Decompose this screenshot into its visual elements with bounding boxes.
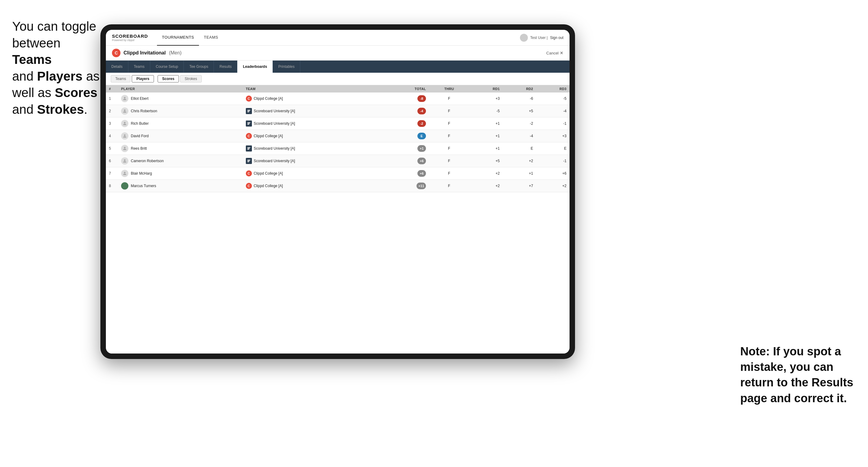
player-avatar bbox=[121, 107, 128, 115]
cancel-label: Cancel bbox=[547, 51, 559, 55]
player-name: Rees Britt bbox=[131, 146, 147, 151]
toggle-teams[interactable]: Teams bbox=[111, 75, 130, 83]
score-badge: +6 bbox=[417, 158, 426, 164]
table-row: 4David FordCClippd College [A]EF+1-4+3 bbox=[106, 130, 569, 143]
cell-rd1: +2 bbox=[469, 180, 503, 192]
svg-rect-21 bbox=[247, 161, 250, 161]
col-rank: # bbox=[106, 85, 118, 92]
tab-printables[interactable]: Printables bbox=[273, 61, 300, 73]
col-player: PLAYER bbox=[118, 85, 243, 92]
team-logo-c: C bbox=[246, 170, 252, 177]
svg-point-18 bbox=[124, 159, 125, 161]
tournament-name: Clippd Invitational (Men) bbox=[124, 50, 182, 56]
cell-rank: 8 bbox=[106, 180, 118, 192]
cell-rank: 3 bbox=[106, 118, 118, 130]
user-avatar bbox=[520, 34, 528, 42]
tournament-gender: (Men) bbox=[169, 50, 182, 55]
tab-teams[interactable]: Teams bbox=[128, 61, 150, 73]
score-badge: -2 bbox=[417, 120, 426, 127]
cell-rd3: +6 bbox=[536, 167, 569, 180]
cell-rd3: -1 bbox=[536, 155, 569, 167]
cell-total: -2 bbox=[384, 118, 429, 130]
svg-rect-17 bbox=[247, 149, 249, 150]
cell-player: Marcus Turners bbox=[118, 180, 243, 192]
cell-team: Scoreboard University [A] bbox=[243, 143, 384, 155]
score-badge: E bbox=[417, 133, 426, 139]
player-name: Elliot Ebert bbox=[131, 96, 149, 101]
player-avatar bbox=[121, 95, 128, 102]
team-name: Clippd College [A] bbox=[254, 184, 283, 188]
team-logo-sb bbox=[246, 108, 252, 114]
tab-tee-groups[interactable]: Tee Groups bbox=[184, 61, 214, 73]
cell-player: Cameron Robertson bbox=[118, 155, 243, 167]
cell-rank: 1 bbox=[106, 92, 118, 105]
players-bold: Players bbox=[37, 69, 83, 83]
cell-thru: F bbox=[429, 92, 469, 105]
nav-teams[interactable]: TEAMS bbox=[199, 30, 223, 45]
player-name: Rich Butler bbox=[131, 121, 149, 126]
table-header-row: # PLAYER TEAM TOTAL THRU RD1 RD2 RD3 bbox=[106, 85, 569, 92]
cell-rd2: -4 bbox=[503, 130, 536, 143]
svg-rect-20 bbox=[247, 160, 250, 160]
tab-details[interactable]: Details bbox=[106, 61, 128, 73]
player-avatar bbox=[121, 170, 128, 177]
tournament-title-area: C Clippd Invitational (Men) bbox=[112, 49, 182, 57]
cell-player: David Ford bbox=[118, 130, 243, 143]
nav-links: TOURNAMENTS TEAMS bbox=[157, 30, 520, 45]
cell-rd2: -6 bbox=[503, 92, 536, 105]
col-thru: THRU bbox=[429, 85, 469, 92]
table-row: 7Blair McHargCClippd College [A]+6F+2+1+… bbox=[106, 167, 569, 180]
player-name: David Ford bbox=[131, 134, 149, 138]
tablet-screen: SCOREBOARD Powered by clippd TOURNAMENTS… bbox=[106, 30, 569, 353]
logo-subtitle: Powered by clippd bbox=[112, 39, 148, 42]
nav-tournaments[interactable]: TOURNAMENTS bbox=[157, 30, 199, 45]
cell-thru: F bbox=[429, 180, 469, 192]
cell-rd3: E bbox=[536, 143, 569, 155]
toggle-scores[interactable]: Scores bbox=[158, 75, 179, 83]
cell-total: -8 bbox=[384, 92, 429, 105]
svg-rect-22 bbox=[247, 161, 249, 162]
team-logo-sb bbox=[246, 121, 252, 127]
tab-leaderboards[interactable]: Leaderboards bbox=[237, 61, 273, 73]
cell-rd3: -5 bbox=[536, 92, 569, 105]
player-avatar bbox=[121, 182, 128, 190]
svg-rect-16 bbox=[247, 148, 250, 149]
cell-thru: F bbox=[429, 105, 469, 118]
toggle-strokes[interactable]: Strokes bbox=[180, 75, 202, 83]
cell-rd3: +3 bbox=[536, 130, 569, 143]
cell-rd1: +5 bbox=[469, 155, 503, 167]
cell-rd2: E bbox=[503, 143, 536, 155]
toggle-players[interactable]: Players bbox=[132, 75, 154, 83]
score-badge: -8 bbox=[417, 95, 426, 102]
cell-rd3: -4 bbox=[536, 105, 569, 118]
note-label: Note: If you spot a mistake, you can ret… bbox=[740, 345, 854, 405]
tablet-frame: SCOREBOARD Powered by clippd TOURNAMENTS… bbox=[100, 24, 575, 359]
score-badge: +1 bbox=[417, 145, 426, 152]
cell-total: +6 bbox=[384, 167, 429, 180]
team-logo-sb bbox=[246, 146, 252, 152]
team-name: Scoreboard University [A] bbox=[254, 159, 295, 163]
col-rd1: RD1 bbox=[469, 85, 503, 92]
cell-rd3: -1 bbox=[536, 118, 569, 130]
tab-course-setup[interactable]: Course Setup bbox=[150, 61, 184, 73]
player-name: Blair McHarg bbox=[131, 171, 152, 176]
col-rd2: RD2 bbox=[503, 85, 536, 92]
tournament-logo: C bbox=[112, 49, 121, 57]
left-annotation: You can toggle between Teams and Players… bbox=[12, 18, 103, 118]
cancel-button[interactable]: Cancel ✕ bbox=[547, 51, 563, 55]
cell-team: CClippd College [A] bbox=[243, 167, 384, 180]
tab-results[interactable]: Results bbox=[214, 61, 237, 73]
sign-out-link[interactable]: Sign out bbox=[550, 36, 563, 40]
sub-nav: Details Teams Course Setup Tee Groups Re… bbox=[106, 61, 569, 73]
team-logo-c: C bbox=[246, 133, 252, 139]
table-row: 1Elliot EbertCClippd College [A]-8F+3-6-… bbox=[106, 92, 569, 105]
right-annotation: Note: If you spot a mistake, you can ret… bbox=[740, 344, 856, 406]
cell-rd1: +1 bbox=[469, 143, 503, 155]
player-name: Marcus Turners bbox=[131, 184, 156, 188]
svg-point-2 bbox=[124, 110, 125, 111]
player-name: Chris Robertson bbox=[131, 109, 157, 113]
svg-rect-10 bbox=[247, 123, 250, 124]
cell-rd1: +3 bbox=[469, 92, 503, 105]
table-row: 2Chris RobertsonScoreboard University [A… bbox=[106, 105, 569, 118]
cell-total: -4 bbox=[384, 105, 429, 118]
